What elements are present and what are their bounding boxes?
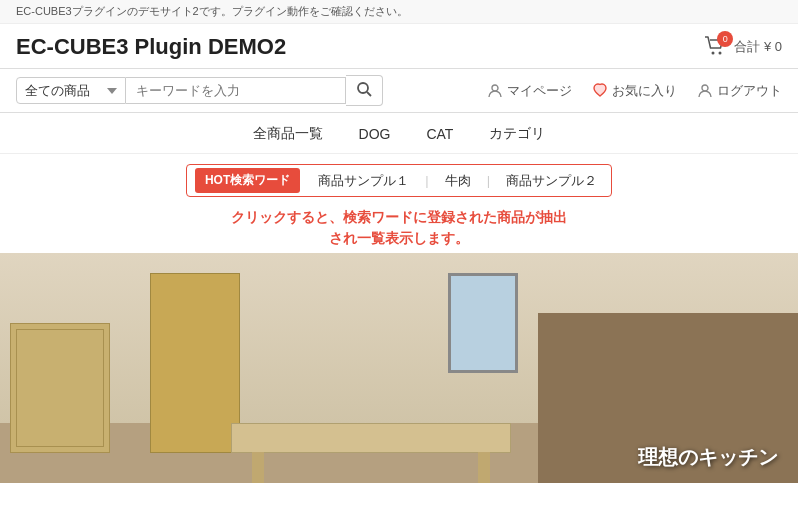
site-title: EC-CUBE3 Plugin DEMO2 xyxy=(16,34,286,60)
search-button[interactable] xyxy=(346,75,383,106)
svg-point-0 xyxy=(712,51,715,54)
annotation-line2: され一覧表示します。 xyxy=(0,228,798,249)
nav-links: マイページ お気に入り ログアウト xyxy=(487,82,782,100)
hot-word-1[interactable]: 商品サンプル１ xyxy=(312,170,415,192)
category-select[interactable]: 全ての商品 xyxy=(16,77,126,104)
table-leg-right xyxy=(478,452,490,483)
header: EC-CUBE3 Plugin DEMO2 0 合計 ¥ 0 xyxy=(0,24,798,68)
cabinet-left xyxy=(10,323,110,453)
svg-line-3 xyxy=(367,92,371,96)
window xyxy=(448,273,518,373)
person-icon xyxy=(487,83,503,99)
kitchen-table xyxy=(231,423,511,453)
nav-cat[interactable]: CAT xyxy=(426,124,453,144)
nav-all-products[interactable]: 全商品一覧 xyxy=(253,123,323,145)
hot-search-box: HOT検索ワード 商品サンプル１ | 牛肉 | 商品サンプル２ xyxy=(186,164,612,197)
svg-point-2 xyxy=(358,83,368,93)
cart-icon-wrap[interactable]: 0 xyxy=(704,36,726,59)
nav-category[interactable]: カテゴリ xyxy=(489,123,545,145)
my-page-link[interactable]: マイページ xyxy=(487,82,572,100)
favorites-link[interactable]: お気に入り xyxy=(592,82,677,100)
logout-label: ログアウト xyxy=(717,82,782,100)
hot-search-section: HOT検索ワード 商品サンプル１ | 牛肉 | 商品サンプル２ xyxy=(0,154,798,201)
cart-total: 合計 ¥ 0 xyxy=(734,38,782,56)
search-left: 全ての商品 xyxy=(16,75,383,106)
notice-bar: EC-CUBE3プラグインのデモサイト2です。プラグイン動作をご確認ください。 xyxy=(0,0,798,24)
hero-image: 理想のキッチン xyxy=(0,253,798,483)
cart-badge: 0 xyxy=(717,31,733,47)
search-input[interactable] xyxy=(126,77,346,104)
cabinet-tall xyxy=(150,273,240,453)
nav-dog[interactable]: DOG xyxy=(359,124,391,144)
logout-icon xyxy=(697,83,713,99)
annotation: クリックすると、検索ワードに登録された商品が抽出 され一覧表示します。 xyxy=(0,201,798,253)
search-icon xyxy=(356,81,372,97)
notice-text: EC-CUBE3プラグインのデモサイト2です。プラグイン動作をご確認ください。 xyxy=(16,5,408,17)
cart-area: 0 合計 ¥ 0 xyxy=(704,36,782,59)
my-page-label: マイページ xyxy=(507,82,572,100)
svg-point-4 xyxy=(492,85,498,91)
divider-1: | xyxy=(425,173,428,188)
hot-word-2[interactable]: 牛肉 xyxy=(439,170,477,192)
hero-caption: 理想のキッチン xyxy=(638,444,778,471)
cabinet-door xyxy=(16,329,104,447)
hot-tag: HOT検索ワード xyxy=(195,168,300,193)
annotation-line1: クリックすると、検索ワードに登録された商品が抽出 xyxy=(0,207,798,228)
main-nav: 全商品一覧 DOG CAT カテゴリ xyxy=(0,113,798,154)
heart-icon xyxy=(592,83,608,99)
favorites-label: お気に入り xyxy=(612,82,677,100)
search-bar: 全ての商品 マイページ お気に入り xyxy=(0,68,798,113)
svg-point-5 xyxy=(702,85,708,91)
svg-point-1 xyxy=(719,51,722,54)
table-leg-left xyxy=(252,452,264,483)
hot-word-3[interactable]: 商品サンプル２ xyxy=(500,170,603,192)
divider-2: | xyxy=(487,173,490,188)
logout-link[interactable]: ログアウト xyxy=(697,82,782,100)
